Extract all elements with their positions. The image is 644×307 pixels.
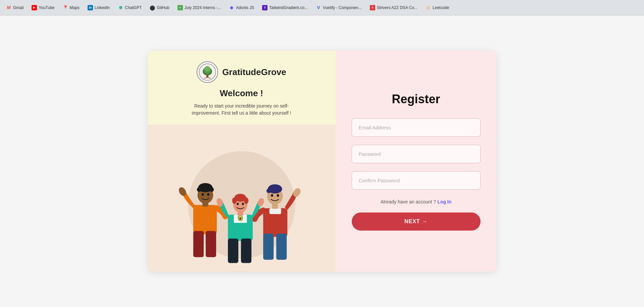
tab-maps-label: Maps (70, 5, 80, 10)
password-field-wrapper (352, 145, 481, 163)
login-link[interactable]: Log In (437, 199, 451, 204)
tab-gmail-label: Gmail (13, 5, 23, 10)
logo-circle (197, 61, 218, 83)
next-button[interactable]: NEXT → (352, 212, 481, 231)
tab-leetcode[interactable]: ◇ Leetcode (422, 2, 452, 13)
tab-youtube-label: YouTube (39, 5, 54, 10)
login-link-row: Already have an account ? Log In (381, 199, 452, 204)
brand-logo: GratitudeGrove (158, 61, 325, 83)
already-have-account-text: Already have an account ? (381, 199, 436, 204)
svg-point-38 (244, 197, 248, 204)
tab-chatgpt-label: ChatGPT (125, 5, 142, 10)
tab-vuetify[interactable]: V Vuetify - Componen... (312, 2, 365, 13)
left-top-section: GratitudeGrove Welcome ! Ready to start … (148, 51, 336, 125)
left-panel: GratitudeGrove Welcome ! Ready to start … (148, 51, 336, 272)
password-input[interactable] (352, 145, 481, 163)
svg-point-11 (209, 187, 214, 192)
tab-strivers[interactable]: S Strivers A2Z DSA Co... (366, 2, 421, 13)
tab-youtube[interactable]: ▶ YouTube (28, 2, 58, 13)
tab-linkedin[interactable]: in LinkedIn (84, 2, 113, 13)
svg-point-4 (205, 66, 210, 71)
email-input[interactable] (352, 118, 481, 137)
tab-github[interactable]: ⬤ GitHub (146, 2, 172, 13)
strivers-icon: S (370, 5, 375, 10)
youtube-icon: ▶ (32, 5, 37, 10)
confirm-password-field-wrapper (352, 171, 481, 190)
svg-rect-26 (263, 234, 274, 260)
welcome-title: Welcome ! (158, 88, 325, 99)
tab-linkedin-label: LinkedIn (95, 5, 110, 10)
svg-point-22 (266, 189, 271, 193)
svg-rect-27 (276, 234, 287, 260)
tab-gmail[interactable]: M Gmail (3, 2, 27, 13)
svg-point-32 (239, 217, 241, 220)
linkedin-icon: in (88, 5, 93, 10)
adonis-icon: ◈ (229, 5, 234, 10)
svg-rect-6 (193, 205, 216, 234)
tab-tailwind-label: TailwindGradient.co... (269, 5, 308, 10)
github-icon: ⬤ (150, 5, 155, 10)
people-illustration (171, 148, 312, 272)
confirm-password-input[interactable] (352, 171, 481, 190)
svg-rect-16 (205, 231, 216, 257)
right-panel: Register Already have an account ? Log I… (336, 51, 497, 272)
svg-point-37 (232, 197, 237, 204)
tree-logo-svg (199, 63, 216, 81)
chatgpt-icon: ⊕ (118, 5, 123, 10)
tab-github-label: GitHub (157, 5, 169, 10)
brand-name: GratitudeGrove (222, 67, 286, 77)
svg-rect-43 (228, 239, 238, 263)
page-content: GratitudeGrove Welcome ! Ready to start … (0, 15, 644, 307)
tab-maps[interactable]: 📍 Maps (59, 2, 83, 13)
left-illustration-area (148, 125, 336, 272)
vuetify-icon: V (316, 5, 321, 10)
register-title: Register (392, 92, 440, 106)
july-icon: + (178, 5, 183, 10)
svg-point-13 (207, 193, 209, 196)
tab-adonis-label: Adonis JS (236, 5, 254, 10)
gmail-icon: M (6, 5, 11, 10)
tab-adonis[interactable]: ◈ Adonis JS (226, 2, 257, 13)
browser-tab-bar: M Gmail ▶ YouTube 📍 Maps in LinkedIn ⊕ C… (0, 0, 644, 15)
tab-tailwind[interactable]: T TailwindGradient.co... (259, 2, 311, 13)
leetcode-icon: ◇ (426, 5, 431, 10)
tailwind-icon: T (262, 5, 267, 10)
svg-point-23 (271, 194, 273, 197)
svg-point-40 (242, 203, 244, 205)
register-card: GratitudeGrove Welcome ! Ready to start … (148, 51, 497, 272)
tab-leetcode-label: Leetcode (433, 5, 449, 10)
tab-july[interactable]: + July 2024 Interns -... (174, 2, 225, 13)
svg-rect-44 (241, 239, 251, 263)
email-field-wrapper (352, 118, 481, 137)
tab-july-label: July 2024 Interns -... (185, 5, 221, 10)
svg-point-39 (237, 203, 239, 205)
welcome-subtitle: Ready to start your incredible journey o… (185, 103, 299, 117)
maps-icon: 📍 (63, 5, 68, 10)
svg-point-10 (197, 187, 201, 192)
tab-vuetify-label: Vuetify - Componen... (323, 5, 362, 10)
svg-point-12 (201, 193, 204, 196)
tab-strivers-label: Strivers A2Z DSA Co... (377, 5, 417, 10)
svg-rect-15 (193, 231, 203, 257)
svg-rect-18 (269, 208, 281, 214)
svg-point-24 (277, 194, 279, 197)
tab-chatgpt[interactable]: ⊕ ChatGPT (114, 2, 145, 13)
